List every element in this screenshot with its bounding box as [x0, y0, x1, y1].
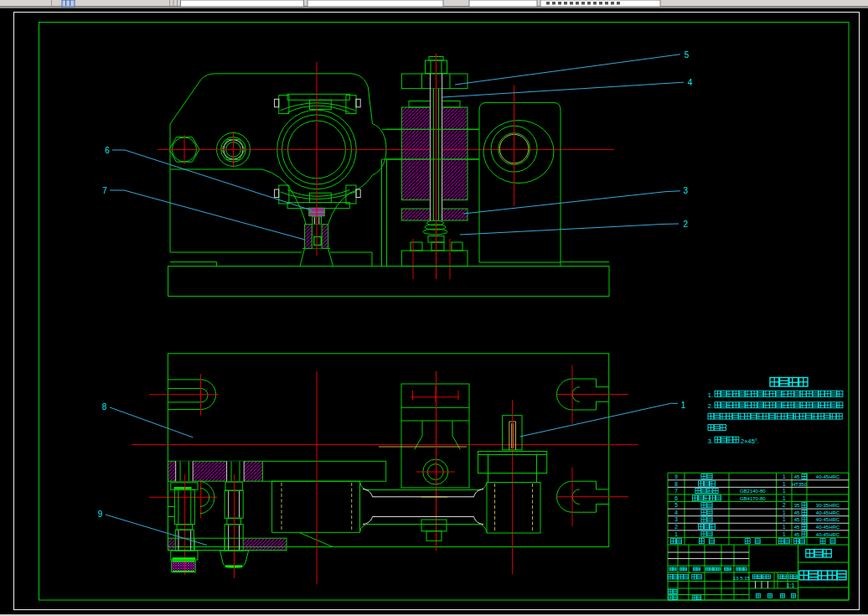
svg-text:3: 3 [684, 186, 689, 195]
svg-text:6: 6 [674, 495, 678, 501]
svg-text:9: 9 [674, 474, 678, 479]
svg-text:6: 6 [105, 146, 110, 155]
svg-text:1: 1 [783, 474, 786, 479]
svg-text:45: 45 [794, 474, 800, 479]
svg-text:3: 3 [674, 516, 678, 522]
svg-text:1: 1 [783, 488, 786, 494]
svg-text:2: 2 [783, 502, 786, 508]
svg-text:40-45HRC: 40-45HRC [816, 510, 840, 515]
svg-text:45: 45 [794, 517, 800, 522]
svg-text:8: 8 [674, 481, 678, 487]
svg-text:1.: 1. [708, 391, 713, 399]
svg-text:3.: 3. [708, 437, 713, 445]
svg-text:GB2140-80: GB2140-80 [740, 489, 766, 494]
svg-text:7: 7 [674, 488, 678, 494]
svg-text:2: 2 [674, 524, 678, 530]
svg-text:8: 8 [102, 402, 107, 412]
svg-text:9: 9 [98, 510, 103, 519]
svg-text:1: 1 [783, 481, 786, 487]
svg-text:7: 7 [102, 186, 107, 195]
svg-text:2: 2 [684, 220, 689, 229]
svg-text:2×45°.: 2×45°. [741, 437, 759, 445]
svg-text:1:1: 1:1 [787, 582, 795, 588]
svg-text:13.5.15: 13.5.15 [733, 575, 751, 581]
svg-text:35: 35 [794, 503, 800, 508]
svg-text:40-45HRC: 40-45HRC [816, 517, 840, 522]
svg-text:40-45HRC: 40-45HRC [816, 532, 840, 537]
svg-text:1: 1 [681, 401, 686, 410]
svg-text:2.: 2. [708, 402, 713, 410]
svg-text:1: 1 [783, 510, 786, 515]
svg-text:45: 45 [794, 510, 800, 515]
svg-text:5: 5 [685, 50, 690, 60]
svg-text:1: 1 [783, 531, 786, 537]
svg-text:1: 1 [783, 495, 786, 501]
svg-text:1: 1 [783, 516, 786, 522]
svg-text:30-35HRC: 30-35HRC [816, 503, 840, 508]
svg-text:45: 45 [794, 525, 800, 530]
svg-text:HT350: HT350 [792, 482, 808, 487]
svg-text:5: 5 [674, 502, 678, 508]
svg-text:GB4170-80: GB4170-80 [740, 496, 766, 501]
svg-text:1: 1 [674, 531, 678, 537]
svg-text:40-45HRC: 40-45HRC [816, 474, 840, 479]
svg-text:4: 4 [688, 78, 693, 87]
svg-text:40-45HRC: 40-45HRC [816, 525, 840, 530]
svg-text:1: 1 [783, 524, 786, 530]
svg-text:45: 45 [794, 532, 800, 537]
svg-text:4: 4 [674, 510, 678, 515]
